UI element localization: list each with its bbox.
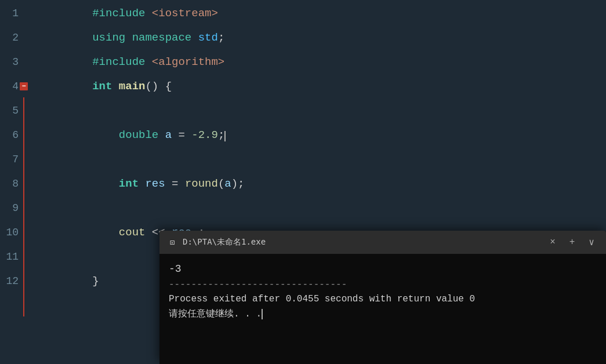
terminal-cursor <box>262 309 263 319</box>
code-line-8: 8 int res = round(a); <box>0 172 606 196</box>
terminal-continue-line: 请按任意键继续. . . <box>169 307 597 322</box>
line-content-12: } <box>28 262 99 300</box>
line-number-1: 1 <box>0 8 28 19</box>
text-cursor <box>224 131 226 141</box>
line-content-5 <box>28 104 46 117</box>
terminal-titlebar: ⊡ D:\PTA\未命名1.exe × + ∨ <box>159 231 606 254</box>
terminal-icon: ⊡ <box>166 236 178 248</box>
terminal-window: ⊡ D:\PTA\未命名1.exe × + ∨ -3 -------------… <box>159 231 606 364</box>
line-content-9 <box>28 202 46 214</box>
line-content-7 <box>28 153 46 166</box>
terminal-close-button[interactable]: × <box>545 236 560 249</box>
line-number-2: 2 <box>0 32 28 43</box>
code-line-4: 4 int main() { <box>0 74 606 99</box>
scope-line <box>23 97 24 316</box>
terminal-divider: -------------------------------- <box>169 278 597 293</box>
code-line-6: 6 double a = -2.9; <box>0 123 606 147</box>
terminal-content: -3 -------------------------------- Proc… <box>159 254 606 364</box>
collapse-indicator[interactable] <box>20 82 28 90</box>
terminal-chevron-button[interactable]: ∨ <box>584 235 599 249</box>
line-content-11 <box>28 250 46 263</box>
terminal-title: D:\PTA\未命名1.exe <box>183 237 540 247</box>
line-number-3: 3 <box>0 56 28 68</box>
terminal-plus-button[interactable]: + <box>565 236 580 249</box>
terminal-process-line: Process exited after 0.0455 seconds with… <box>169 292 597 307</box>
code-editor: 1 #include <iostream> 2 using namespace … <box>0 0 606 364</box>
terminal-output-number: -3 <box>169 261 597 278</box>
